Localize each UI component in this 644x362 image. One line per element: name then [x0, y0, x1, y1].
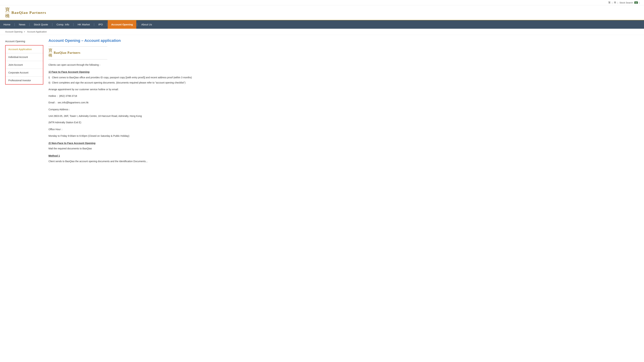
section1-heading: 1) Face to Face Account Opening	[48, 70, 639, 74]
nav-sep-1: |	[14, 23, 16, 26]
stock-search-label[interactable]: Stock Search	[620, 1, 633, 4]
stock-search-badge: ▲	[634, 1, 638, 4]
nav-stock-quote[interactable]: Stock Quote	[30, 20, 52, 29]
section2-text: Mail the required documents to BaoQiao	[48, 147, 639, 151]
nav-news[interactable]: News	[16, 20, 29, 29]
content-text-body: Clients can open account through the fol…	[48, 63, 639, 164]
sidebar-title: Account Opening	[5, 38, 43, 44]
nav-sep-3: |	[52, 23, 53, 26]
nav-sep-5: |	[93, 23, 95, 26]
logo-text-block: BaoQiao Partners	[12, 10, 46, 15]
bullet-ii-item: Client completes and sign the account op…	[48, 81, 639, 85]
breadcrumb-part2: Account Application	[27, 30, 47, 33]
breadcrumb-separator: >	[24, 30, 25, 33]
office-hour-value: Monday to Friday 9:00am to 6:00pm (Close…	[48, 134, 639, 138]
nav-about-us[interactable]: About Us	[138, 20, 156, 29]
address-block: Company Address： Unit 2803-05, 28/F, Tow…	[48, 108, 639, 125]
nav-sep-7: |	[136, 23, 138, 26]
method1-heading: Method 1	[48, 154, 639, 158]
sidebar-item-account-application[interactable]: Account Application	[6, 45, 43, 53]
breadcrumb-part1[interactable]: Account Opening	[5, 30, 22, 33]
office-hour-block: Office Hour： Monday to Friday 9:00am to …	[48, 127, 639, 138]
lang-trad[interactable]: 繁	[608, 1, 610, 4]
section2-heading: 2) Non-Face to Face Account Opening	[48, 141, 639, 145]
nav-bar: Home | News | Stock Quote | Comp. Info |…	[0, 20, 644, 29]
nav-comp-info[interactable]: Comp. Info	[53, 20, 72, 29]
company-address-label: Company Address：	[48, 108, 639, 112]
nav-sep-6: |	[106, 23, 108, 26]
sidebar-item-joint-account[interactable]: Joint Account	[6, 61, 43, 69]
content-logo-name: BaoQiao Partners	[54, 51, 80, 55]
content-logo-chars: 寶 橋	[48, 48, 52, 57]
email-value: sec.info@bqpartners.com.hk	[58, 101, 88, 104]
appointment-text: Arrange appointment by our customer serv…	[48, 87, 639, 92]
logo-chinese-chars: 寶 橋	[5, 7, 10, 18]
sidebar-item-individual-account[interactable]: Individual Account	[6, 53, 43, 61]
hotline-value: (852) 3798-3718	[59, 95, 77, 97]
nav-sep-2: |	[29, 23, 30, 26]
hotline-label: Hotline：	[48, 95, 58, 97]
sep1: |	[612, 1, 612, 4]
email-label: Email：	[48, 101, 57, 104]
logo-char1: 寶	[5, 7, 10, 12]
mtr-note: (MTR Admiralty Station Exit E)	[48, 121, 639, 125]
logo-brand-name: BaoQiao Partners	[12, 10, 46, 15]
main-content: Account Opening Account Application Indi…	[0, 35, 644, 169]
method1-text: Client sends to BaoQiao the account open…	[48, 159, 639, 164]
intro-text: Clients can open account through the fol…	[48, 63, 639, 67]
logo-area: 寶 橋 BaoQiao Partners	[0, 5, 644, 20]
sidebar-item-corporate-account[interactable]: Corporate Account	[6, 69, 43, 77]
nav-account-opening[interactable]: Account Opening	[108, 20, 136, 29]
breadcrumb: Account Opening > Account Application	[0, 29, 644, 35]
logo-char2: 橋	[5, 13, 10, 18]
content-logo: 寶 橋 BaoQiao Partners	[48, 46, 107, 59]
nav-hk-market[interactable]: HK Market	[74, 20, 93, 29]
nav-sep-4: |	[73, 23, 74, 26]
lang-simp[interactable]: 簡	[614, 1, 616, 4]
sidebar-menu: Account Application Individual Account J…	[5, 45, 43, 85]
hotline-line: Hotline： (852) 3798-3718	[48, 94, 639, 98]
sep3: |	[639, 1, 640, 4]
sidebar: Account Opening Account Application Indi…	[5, 38, 43, 166]
company-address-value: Unit 2803-05, 28/F, Tower I, Admiralty C…	[48, 114, 639, 118]
content-area: Account Opening – Account application 寶 …	[48, 38, 639, 166]
nav-home[interactable]: Home	[0, 20, 14, 29]
page-title: Account Opening – Account application	[48, 38, 639, 43]
nav-ipo[interactable]: IPO	[95, 20, 106, 29]
contact-block: Arrange appointment by our customer serv…	[48, 87, 639, 105]
top-bar: 繁 | 簡 | Stock Search ▲ |	[0, 0, 644, 5]
section1-list: Client comes to BaoQiao office and provi…	[48, 76, 639, 85]
bullet-i-item: Client comes to BaoQiao office and provi…	[48, 76, 639, 80]
email-line: Email： sec.info@bqpartners.com.hk	[48, 101, 639, 105]
sidebar-item-professional-investor[interactable]: Professional Investor	[6, 77, 43, 84]
sep2: |	[618, 1, 618, 4]
office-hour-label: Office Hour：	[48, 127, 639, 132]
